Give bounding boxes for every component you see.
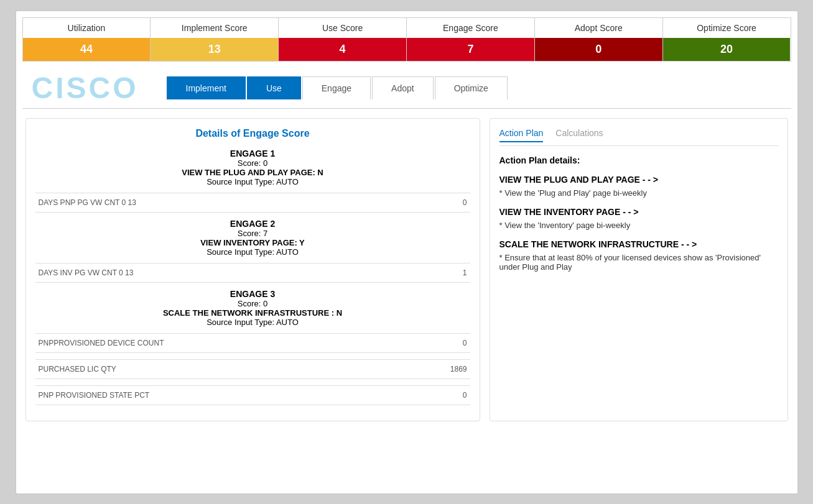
score-label: Use Score	[279, 18, 406, 38]
score-value: 0	[535, 38, 662, 61]
tab-adopt[interactable]: Adopt	[372, 76, 434, 99]
score-column: Adopt Score 0	[535, 18, 663, 61]
content-area: Details of Engage Score ENGAGE 1 Score: …	[22, 115, 791, 424]
data-row: DAYS INV PG VW CNT 0 13 1	[35, 263, 470, 283]
score-column: Optimize Score 20	[663, 18, 791, 61]
right-tab-action-plan[interactable]: Action Plan	[499, 128, 544, 142]
data-row-label: PNP PROVISIONED STATE PCT	[39, 391, 150, 400]
score-label: Adopt Score	[535, 18, 662, 38]
data-row-label: DAYS PNP PG VW CNT 0 13	[39, 198, 136, 207]
engage-score: Score: 0	[35, 299, 470, 308]
data-row-value: 0	[463, 391, 467, 400]
engage-title: ENGAGE 3	[35, 289, 470, 299]
engage-view: SCALE THE NETWORK INFRASTRUSTURE : N	[35, 308, 470, 318]
tab-engage[interactable]: Engage	[302, 76, 371, 99]
action-plan-section-title: Action Plan details:	[499, 155, 778, 165]
data-row-label: PURCHASED LIC QTY	[39, 365, 116, 373]
action-item-heading: VIEW THE PLUG AND PLAY PAGE - - >	[499, 175, 778, 185]
data-row: PNP PROVISIONED STATE PCT 0	[35, 385, 470, 405]
engage-source: Source Input Type: AUTO	[35, 177, 470, 186]
engage-block: ENGAGE 3 Score: 0 SCALE THE NETWORK INFR…	[35, 289, 470, 405]
score-column: Use Score 4	[279, 18, 407, 61]
data-row-value: 1	[463, 268, 467, 277]
engage-title: ENGAGE 1	[35, 149, 470, 158]
data-row-label: DAYS INV PG VW CNT 0 13	[39, 268, 134, 277]
engage-block: ENGAGE 2 Score: 7 VIEW INVENTORY PAGE: Y…	[35, 219, 470, 283]
engage-source: Source Input Type: AUTO	[35, 318, 470, 327]
score-value: 44	[23, 38, 151, 61]
main-container: Utilization 44 Implement Score 13 Use Sc…	[15, 10, 799, 495]
action-item-desc: * View the 'Plug and Play' page bi-weekl…	[499, 188, 778, 198]
score-label: Optimize Score	[663, 18, 791, 38]
action-item-desc: * View the 'Inventory' page bi-weekly	[499, 221, 778, 230]
engage-score: Score: 0	[35, 158, 470, 168]
engage-source: Source Input Type: AUTO	[35, 247, 470, 257]
score-label: Utilization	[23, 18, 151, 38]
engage-score: Score: 7	[35, 229, 470, 238]
engage-title: ENGAGE 2	[35, 219, 470, 229]
right-tab-calculations[interactable]: Calculations	[555, 128, 603, 142]
engage-blocks: ENGAGE 1 Score: 0 VIEW THE PLUG AND PLAY…	[35, 149, 470, 405]
action-item-heading: SCALE THE NETWORK INFRASTRUCTURE - - >	[499, 239, 778, 249]
score-column: Engage Score 7	[407, 18, 535, 61]
data-row-value: 0	[463, 339, 467, 347]
action-item-heading: VIEW THE INVENTORY PAGE - - >	[499, 207, 778, 217]
data-row-label: PNPPROVISIONED DEVICE COUNT	[39, 339, 164, 347]
score-column: Implement Score 13	[151, 18, 279, 61]
engage-view: VIEW INVENTORY PAGE: Y	[35, 238, 470, 247]
score-value: 13	[151, 38, 278, 61]
tab-optimize[interactable]: Optimize	[435, 76, 508, 99]
score-label: Engage Score	[407, 18, 534, 38]
engage-block: ENGAGE 1 Score: 0 VIEW THE PLUG AND PLAY…	[35, 149, 470, 213]
action-items: VIEW THE PLUG AND PLAY PAGE - - > * View…	[499, 175, 778, 272]
score-value: 4	[279, 38, 406, 61]
action-item-desc: * Ensure that at least 80% of your licen…	[499, 253, 778, 272]
score-header: Utilization 44 Implement Score 13 Use Sc…	[22, 17, 791, 62]
action-item: VIEW THE INVENTORY PAGE - - > * View the…	[499, 207, 778, 230]
tab-implement[interactable]: Implement	[167, 76, 246, 99]
score-column: Utilization 44	[23, 18, 151, 61]
engage-view: VIEW THE PLUG AND PLAY PAGE: N	[35, 168, 470, 177]
action-item: SCALE THE NETWORK INFRASTRUCTURE - - > *…	[499, 239, 778, 272]
details-title: Details of Engage Score	[35, 128, 470, 139]
data-row: PURCHASED LIC QTY 1869	[35, 359, 470, 379]
score-label: Implement Score	[151, 18, 278, 38]
score-value: 7	[407, 38, 534, 61]
right-tabs: Action PlanCalculations	[499, 128, 778, 146]
nav-tabs: ImplementUseEngageAdoptOptimize	[167, 76, 509, 99]
left-panel: Details of Engage Score ENGAGE 1 Score: …	[26, 118, 480, 421]
action-item: VIEW THE PLUG AND PLAY PAGE - - > * View…	[499, 175, 778, 198]
nav-tabs-area: CISCO ImplementUseEngageAdoptOptimize	[22, 68, 791, 109]
data-row: DAYS PNP PG VW CNT 0 13 0	[35, 193, 470, 213]
right-panel: Action PlanCalculations Action Plan deta…	[490, 118, 788, 421]
tab-use[interactable]: Use	[247, 76, 301, 99]
data-row: PNPPROVISIONED DEVICE COUNT 0	[35, 333, 470, 353]
data-row-value: 1869	[450, 365, 467, 373]
score-value: 20	[663, 38, 791, 61]
cisco-logo: CISCO	[22, 68, 148, 108]
data-row-value: 0	[463, 198, 467, 207]
